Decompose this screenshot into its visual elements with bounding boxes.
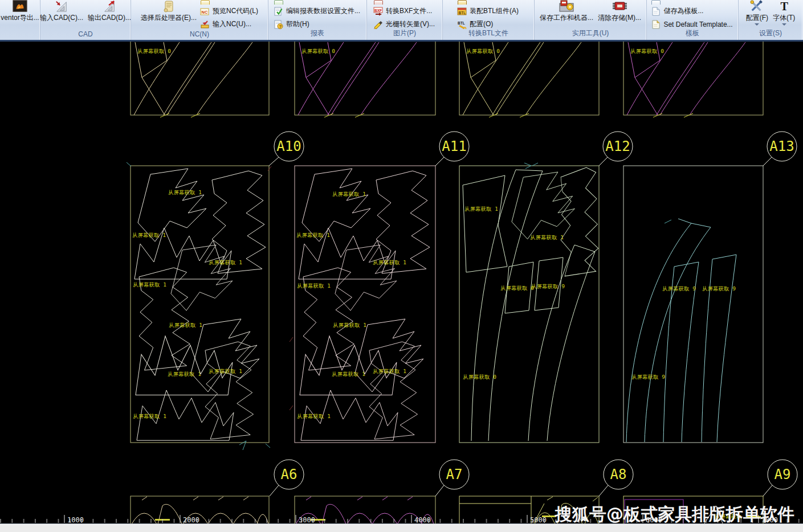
clipped-icon: [651, 0, 661, 5]
group-label: 报表: [268, 28, 366, 38]
part-label: 从屏幕获取 0: [466, 48, 500, 54]
clear-storage-icon: [610, 0, 629, 13]
inventor-export-icon: [11, 0, 28, 13]
part-label: 从屏幕获取 1: [333, 322, 366, 328]
tag-label: A12: [605, 138, 630, 154]
button-label: 装配BTL组件(A): [470, 6, 519, 16]
part-label: 从屏幕获取 1: [373, 259, 406, 265]
preview-nc-code-button[interactable]: 预览NC代码(L): [199, 5, 260, 18]
clipped-button-row: [372, 0, 437, 5]
part-label: 从屏幕获取 0: [500, 285, 534, 291]
button-label: 预览NC代码(L): [213, 6, 258, 16]
ribbon-group-cad: 输入CAD(C)... 输出CAD(D)... CAD: [40, 0, 131, 40]
button-label: 编辑报表数据设置文件...: [286, 6, 360, 16]
part-label: 从屏幕获取 9: [702, 285, 736, 292]
clipped-button-row: [199, 0, 260, 5]
part-label: 从屏幕获取 1: [209, 259, 242, 265]
edit-report-config-icon: [274, 7, 284, 16]
ribbon-group-utilities: 保存工作和机器... 清除存储(M)... 实用工具(U): [535, 0, 647, 40]
button-label: 转换BXF文件...: [386, 6, 432, 16]
tag-label: A8: [610, 466, 627, 482]
clipped-button-row: [272, 0, 362, 5]
export-cad-button[interactable]: 输出CAD(D)...: [85, 0, 133, 22]
ribbon-group-btl: 装配BTL组件(A) 配置(O) 转换BTL文件: [443, 0, 535, 40]
part-label: 从屏幕获取 1: [530, 234, 564, 240]
assemble-btl-icon: [457, 7, 467, 16]
raster-to-vector-icon: [373, 20, 384, 29]
btl-config-icon: [457, 20, 467, 29]
font-button[interactable]: 字体(T): [771, 0, 797, 26]
button-label: Set Default Template...: [663, 21, 732, 28]
convert-bxf-icon: [373, 7, 384, 16]
ribbon-toolbar: ventor导出... 输入CAD(C)... 输出CAD(D)... CAD …: [0, 0, 803, 42]
nesting-canvas[interactable]: 从屏幕获取 0 从屏幕获取 0 从屏幕获: [0, 42, 803, 532]
ruler-number: 3000: [299, 516, 315, 524]
ribbon-group-inventor: ventor导出...: [0, 0, 40, 40]
part-label: 从屏幕获取 0: [463, 374, 496, 380]
clear-storage-button[interactable]: 清除存储(M)...: [596, 0, 643, 22]
help-icon: [274, 20, 284, 29]
part-label: 从屏幕获取 1: [132, 232, 166, 238]
button-label: 字体(T): [773, 14, 795, 22]
tag-label: A13: [769, 138, 794, 154]
group-label: NC(N): [131, 30, 268, 38]
config-icon: [749, 0, 764, 13]
ribbon-group-report: 编辑报表数据设置文件... 帮助(H) 报表: [268, 0, 367, 40]
save-as-template-button[interactable]: 儲存為樣板...: [650, 5, 735, 18]
save-work-machine-button[interactable]: 保存工作和机器...: [537, 0, 596, 22]
clipped-button-row: [650, 0, 735, 5]
group-label: 设置(S): [739, 28, 802, 38]
button-label: 输出CAD(D)...: [88, 14, 131, 22]
button-label: 帮助(H): [286, 19, 309, 29]
part-label: 从屏幕获取 9: [531, 283, 565, 289]
clipped-icon: [458, 0, 467, 5]
clipped-icon: [201, 0, 210, 5]
tag-label: A10: [276, 138, 301, 154]
part-label: 从屏幕获取 0: [630, 48, 664, 54]
import-cad-button[interactable]: 输入CAD(C)...: [38, 0, 85, 22]
font-icon: [778, 0, 790, 13]
import-nc-button[interactable]: 输入NC(U)...: [199, 18, 260, 31]
select-postprocessor-icon: [162, 0, 176, 13]
button-label: 选择后处理器(E)...: [141, 14, 197, 22]
button-label: 儲存為樣板...: [663, 6, 703, 16]
part-label: 从屏幕获取 9: [662, 285, 696, 292]
clipped-icon: [274, 0, 283, 5]
tag-label: A9: [775, 466, 791, 482]
button-label: 输入NC(U)...: [213, 19, 251, 29]
part-label: 从屏幕获取 1: [209, 368, 242, 374]
part-label: 从屏幕获取 1: [297, 283, 331, 289]
ruler-number: 2000: [183, 516, 199, 524]
import-nc-icon: [200, 20, 210, 29]
inventor-export-button[interactable]: ventor导出...: [0, 0, 42, 22]
tag-label: A6: [281, 466, 297, 482]
convert-bxf-button[interactable]: 转换BXF文件...: [372, 5, 437, 18]
button-label: 配置(O): [470, 19, 493, 29]
group-label: CAD: [40, 30, 131, 38]
part-label: 从屏幕获取 0: [137, 48, 171, 54]
part-label: 从屏幕获取 1: [464, 206, 498, 212]
save-as-template-icon: [651, 7, 661, 16]
config-button[interactable]: 配置(F): [744, 0, 771, 26]
preview-nc-code-icon: [200, 7, 210, 16]
save-work-machine-icon: [557, 0, 576, 13]
set-default-template-icon: [651, 20, 661, 29]
part-label: 从屏幕获取 1: [168, 371, 201, 377]
export-cad-icon: [102, 0, 117, 13]
tag-label: A11: [442, 138, 466, 154]
part-label: 从屏幕获取 1: [133, 281, 166, 288]
button-label: ventor导出...: [1, 14, 39, 22]
button-label: 清除存储(M)...: [598, 14, 641, 22]
assemble-btl-button[interactable]: 装配BTL组件(A): [456, 5, 521, 18]
ruler-number: 5000: [530, 516, 547, 524]
select-postprocessor-button[interactable]: 选择后处理器(E)...: [138, 0, 199, 22]
ruler-number: 1000: [67, 516, 84, 524]
ruler-number: 4000: [414, 516, 431, 524]
edit-report-config-button[interactable]: 编辑报表数据设置文件...: [272, 5, 362, 18]
horizontal-scrollbar[interactable]: [0, 523, 803, 532]
part-label: 从屏幕获取 1: [169, 322, 202, 328]
button-label: 输入CAD(C)...: [40, 14, 83, 22]
button-label: 光栅转矢量(V)...: [386, 19, 435, 29]
clipped-button-row: [456, 0, 521, 5]
watermark: 搜狐号@板式家具排版拆单软件: [554, 504, 794, 524]
